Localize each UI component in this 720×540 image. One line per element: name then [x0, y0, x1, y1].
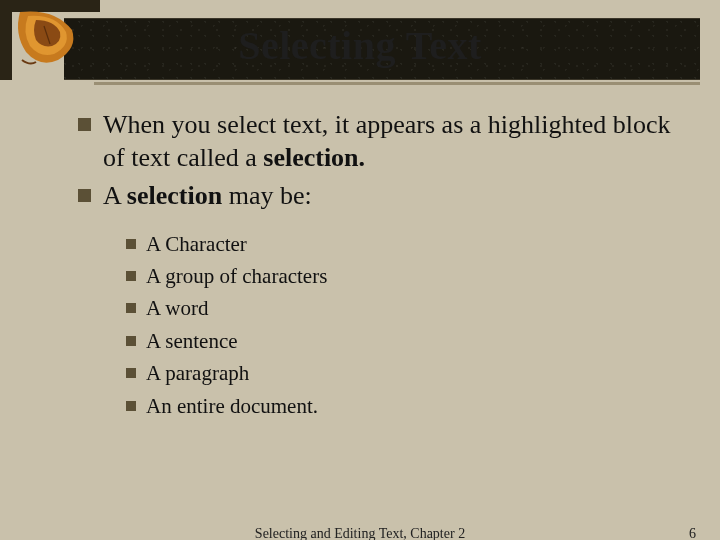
list-item-text: An entire document. [146, 392, 318, 420]
text-fragment: may be: [222, 181, 312, 210]
list-item-text: A group of characters [146, 262, 327, 290]
list-item: A sentence [126, 327, 682, 355]
bullet-text: When you select text, it appears as a hi… [103, 108, 682, 175]
slide-title: Selecting Text [0, 22, 720, 69]
square-bullet-icon [126, 401, 136, 411]
square-bullet-icon [126, 368, 136, 378]
list-item-text: A Character [146, 230, 247, 258]
square-bullet-icon [126, 239, 136, 249]
text-fragment: When you select text, it appears as a hi… [103, 110, 671, 172]
bullet-item-1: When you select text, it appears as a hi… [78, 108, 682, 175]
list-item: A paragraph [126, 359, 682, 387]
svg-rect-0 [0, 0, 100, 12]
text-bold: selection. [263, 143, 365, 172]
sub-list: A Character A group of characters A word… [126, 230, 682, 420]
bullet-item-2: A selection may be: [78, 179, 682, 212]
list-item-text: A sentence [146, 327, 238, 355]
square-bullet-icon [78, 118, 91, 131]
list-item: A Character [126, 230, 682, 258]
list-item-text: A paragraph [146, 359, 249, 387]
text-bold: selection [127, 181, 222, 210]
title-underline [94, 82, 700, 85]
list-item-text: A word [146, 294, 208, 322]
square-bullet-icon [126, 303, 136, 313]
list-item: A word [126, 294, 682, 322]
content-area: When you select text, it appears as a hi… [78, 108, 682, 424]
text-fragment: A [103, 181, 127, 210]
footer-caption: Selecting and Editing Text, Chapter 2 [0, 526, 720, 540]
list-item: An entire document. [126, 392, 682, 420]
page-number: 6 [689, 526, 696, 540]
square-bullet-icon [126, 336, 136, 346]
bullet-text: A selection may be: [103, 179, 312, 212]
square-bullet-icon [126, 271, 136, 281]
square-bullet-icon [78, 189, 91, 202]
list-item: A group of characters [126, 262, 682, 290]
